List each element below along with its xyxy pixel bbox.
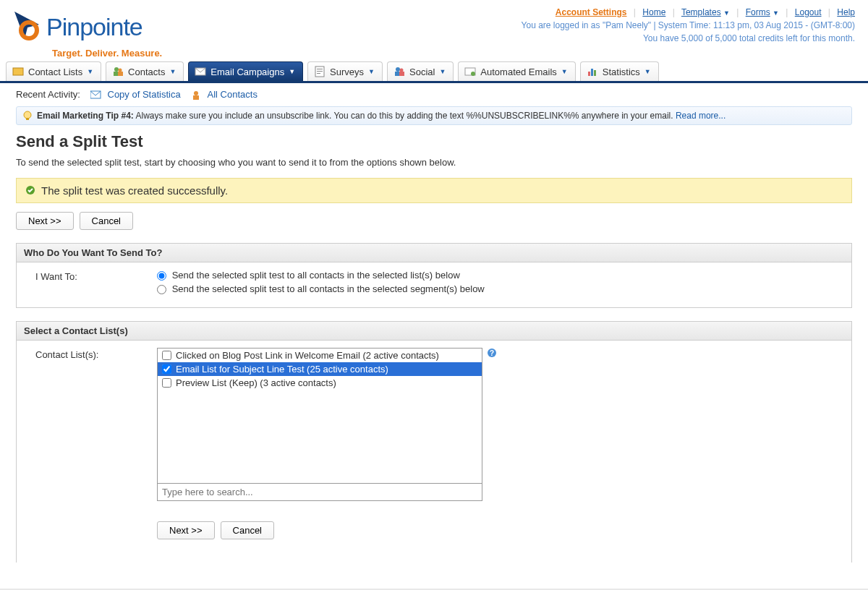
list-item-checkbox[interactable] — [162, 351, 171, 360]
recent-activity-bar: Recent Activity: Copy of Statistica All … — [0, 83, 868, 106]
section-header-contactlist: Select a Contact List(s) — [16, 321, 852, 341]
logged-in-text: You are logged in as "Pam Neely" | Syste… — [522, 20, 855, 30]
svg-point-23 — [24, 111, 31, 119]
caret-down-icon: ▼ — [368, 68, 375, 75]
header: Pinpointe Target. Deliver. Measure. Acco… — [0, 0, 868, 61]
folder-icon — [12, 66, 24, 77]
tip-read-more-link[interactable]: Read more... — [676, 111, 726, 121]
success-message: The split test was created successfully. — [16, 178, 852, 203]
button-row-top: Next >> Cancel — [16, 212, 852, 230]
contact-lists-label: Contact List(s): — [27, 348, 157, 552]
svg-rect-14 — [399, 72, 404, 76]
list-item-checkbox[interactable] — [162, 378, 171, 388]
svg-rect-5 — [118, 72, 123, 76]
next-button[interactable]: Next >> — [157, 521, 215, 539]
brand-name: Pinpointe — [46, 13, 142, 41]
section-body-contactlist: Contact List(s): Clicked on Blog Post Li… — [16, 341, 852, 563]
svg-point-21 — [194, 91, 198, 95]
svg-point-4 — [119, 69, 122, 72]
svg-rect-8 — [317, 69, 323, 69]
tab-surveys[interactable]: Surveys▼ — [307, 61, 383, 81]
brand-tagline: Target. Deliver. Measure. — [52, 48, 162, 59]
logo[interactable]: Pinpointe — [7, 7, 162, 46]
caret-down-icon: ▼ — [439, 68, 446, 75]
tab-contact-lists[interactable]: Contact Lists▼ — [6, 61, 101, 81]
check-circle-icon — [25, 185, 35, 195]
svg-rect-18 — [591, 69, 593, 76]
cancel-button[interactable]: Cancel — [80, 212, 133, 230]
page-title: Send a Split Test — [16, 132, 852, 151]
recent-item-link[interactable]: Copy of Statistica — [108, 89, 181, 100]
caret-down-icon: ▼ — [723, 9, 730, 17]
list-item[interactable]: Email List for Subject Line Test (25 act… — [158, 362, 482, 376]
envelope-icon — [195, 66, 206, 77]
list-item[interactable]: Preview List (Keep) (3 active contacts) — [158, 376, 482, 390]
list-item[interactable]: Clicked on Blog Post Link in Welcome Ema… — [158, 349, 482, 362]
svg-text:?: ? — [490, 349, 494, 357]
caret-down-icon: ▼ — [561, 68, 568, 75]
lightbulb-icon — [22, 111, 33, 121]
pinpointe-logo-icon — [7, 7, 46, 46]
people-icon — [112, 66, 124, 77]
main-tabs: Contact Lists▼ Contacts▼ Email Campaigns… — [0, 61, 868, 83]
tab-social[interactable]: Social▼ — [387, 61, 454, 81]
help-icon[interactable]: ? — [487, 348, 497, 358]
i-want-to-label: I Want To: — [27, 270, 157, 297]
tab-email-campaigns[interactable]: Email Campaigns▼ — [188, 61, 303, 81]
next-button[interactable]: Next >> — [16, 212, 74, 230]
people-icon — [393, 66, 405, 77]
svg-point-13 — [400, 69, 404, 72]
cancel-button[interactable]: Cancel — [221, 521, 274, 539]
svg-rect-9 — [317, 71, 323, 72]
top-links: Account Settings | Home | Templates ▼ | … — [522, 7, 855, 43]
person-icon — [191, 90, 203, 101]
templates-link[interactable]: Templates — [681, 7, 721, 17]
caret-down-icon: ▼ — [289, 68, 295, 75]
svg-rect-22 — [193, 95, 199, 100]
svg-point-2 — [114, 67, 119, 72]
button-row-bottom: Next >> Cancel — [157, 521, 841, 539]
recent-item-link[interactable]: All Contacts — [208, 89, 258, 100]
home-link[interactable]: Home — [642, 7, 665, 17]
tip-prefix: Email Marketing Tip #4: — [37, 111, 134, 121]
forms-link[interactable]: Forms — [746, 7, 770, 17]
svg-rect-10 — [317, 73, 320, 74]
contact-list-box[interactable]: Clicked on Blog Post Link in Welcome Ema… — [157, 348, 482, 484]
tab-contacts[interactable]: Contacts▼ — [106, 61, 184, 81]
clipboard-icon — [314, 66, 326, 77]
credits-text: You have 5,000 of 5,000 total credits le… — [522, 33, 855, 43]
help-link[interactable]: Help — [837, 7, 855, 17]
page-description: To send the selected split test, start b… — [16, 157, 852, 168]
list-item-checkbox[interactable] — [162, 364, 171, 374]
list-item-label: Clicked on Blog Post Link in Welcome Ema… — [176, 350, 439, 361]
svg-point-11 — [396, 67, 400, 72]
radio-segments[interactable] — [157, 285, 166, 294]
section-body-sendto: I Want To: Send the selected split test … — [16, 262, 852, 308]
tip-banner: Email Marketing Tip #4: Always make sure… — [16, 106, 852, 125]
tip-body: Always make sure you include an unsubscr… — [134, 111, 676, 121]
recent-activity-label: Recent Activity: — [16, 89, 80, 100]
svg-rect-24 — [26, 118, 29, 120]
list-item-label: Email List for Subject Line Test (25 act… — [176, 364, 388, 375]
svg-rect-1 — [13, 68, 23, 75]
tab-automated-emails[interactable]: Automated Emails▼ — [458, 61, 575, 81]
svg-point-16 — [471, 72, 475, 76]
radio-option-lists[interactable]: Send the selected split test to all cont… — [157, 270, 841, 281]
account-settings-link[interactable]: Account Settings — [556, 7, 627, 17]
caret-down-icon: ▼ — [773, 9, 779, 17]
envelope-gear-icon — [464, 66, 476, 77]
radio-lists[interactable] — [157, 271, 166, 281]
caret-down-icon: ▼ — [644, 68, 651, 75]
radio-option-segments[interactable]: Send the selected split test to all cont… — [157, 283, 841, 294]
logout-link[interactable]: Logout — [795, 7, 822, 17]
tab-statistics[interactable]: Statistics▼ — [580, 61, 659, 81]
caret-down-icon: ▼ — [87, 68, 93, 75]
section-header-sendto: Who Do You Want To Send To? — [16, 243, 852, 262]
caret-down-icon: ▼ — [169, 68, 176, 75]
svg-rect-17 — [588, 72, 590, 76]
svg-rect-19 — [594, 70, 596, 76]
envelope-icon — [90, 90, 102, 101]
contact-list-search-input[interactable] — [157, 484, 482, 501]
list-item-label: Preview List (Keep) (3 active contacts) — [176, 377, 336, 388]
bar-chart-icon — [587, 66, 598, 77]
